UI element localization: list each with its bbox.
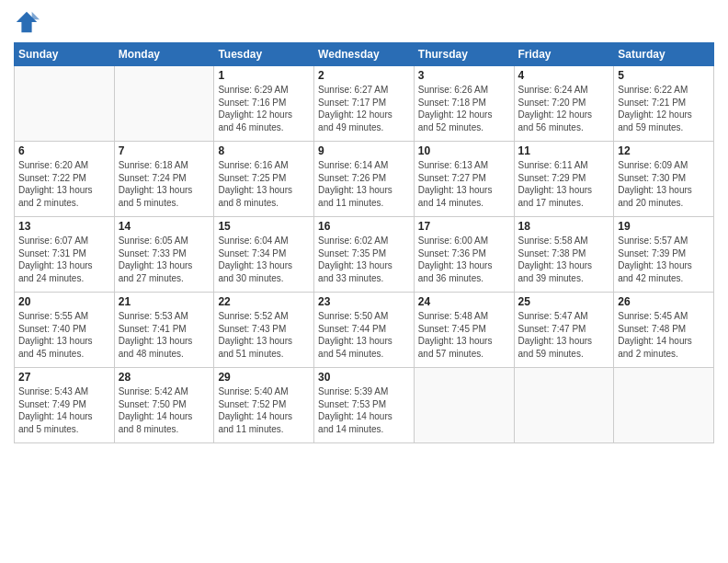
day-cell: 12Sunrise: 6:09 AMSunset: 7:30 PMDayligh… bbox=[614, 142, 714, 217]
day-number: 24 bbox=[418, 295, 510, 308]
day-info: Sunrise: 6:00 AMSunset: 7:36 PMDaylight:… bbox=[418, 235, 510, 284]
day-cell: 13Sunrise: 6:07 AMSunset: 7:31 PMDayligh… bbox=[15, 217, 115, 293]
day-info: Sunrise: 6:16 AMSunset: 7:25 PMDaylight:… bbox=[218, 159, 310, 209]
day-cell: 9Sunrise: 6:14 AMSunset: 7:26 PMDaylight… bbox=[314, 142, 415, 217]
day-number: 20 bbox=[18, 295, 110, 308]
weekday-header-wednesday: Wednesday bbox=[314, 43, 415, 66]
day-cell: 11Sunrise: 6:11 AMSunset: 7:29 PMDayligh… bbox=[514, 142, 614, 217]
day-cell bbox=[514, 368, 614, 443]
day-number: 9 bbox=[318, 144, 410, 157]
day-number: 13 bbox=[18, 220, 110, 233]
day-cell: 1Sunrise: 6:29 AMSunset: 7:16 PMDaylight… bbox=[214, 66, 314, 142]
svg-marker-1 bbox=[32, 12, 40, 19]
day-number: 19 bbox=[618, 220, 710, 233]
day-cell: 6Sunrise: 6:20 AMSunset: 7:22 PMDaylight… bbox=[15, 142, 115, 217]
day-cell: 21Sunrise: 5:53 AMSunset: 7:41 PMDayligh… bbox=[114, 293, 214, 368]
day-cell: 7Sunrise: 6:18 AMSunset: 7:24 PMDaylight… bbox=[114, 142, 214, 217]
day-number: 26 bbox=[618, 295, 710, 308]
day-info: Sunrise: 5:50 AMSunset: 7:44 PMDaylight:… bbox=[318, 310, 410, 360]
day-number: 5 bbox=[618, 69, 710, 82]
day-cell: 22Sunrise: 5:52 AMSunset: 7:43 PMDayligh… bbox=[214, 293, 314, 368]
day-cell: 24Sunrise: 5:48 AMSunset: 7:45 PMDayligh… bbox=[414, 293, 514, 368]
day-cell bbox=[15, 66, 115, 142]
day-number: 21 bbox=[119, 295, 210, 308]
weekday-header-row: SundayMondayTuesdayWednesdayThursdayFrid… bbox=[15, 43, 714, 66]
weekday-header-saturday: Saturday bbox=[614, 43, 714, 66]
day-info: Sunrise: 6:09 AMSunset: 7:30 PMDaylight:… bbox=[618, 159, 710, 209]
day-info: Sunrise: 5:45 AMSunset: 7:48 PMDaylight:… bbox=[618, 310, 710, 360]
day-cell: 17Sunrise: 6:00 AMSunset: 7:36 PMDayligh… bbox=[414, 217, 514, 293]
day-info: Sunrise: 6:29 AMSunset: 7:16 PMDaylight:… bbox=[218, 84, 310, 133]
day-number: 27 bbox=[18, 371, 110, 384]
day-cell: 23Sunrise: 5:50 AMSunset: 7:44 PMDayligh… bbox=[314, 293, 415, 368]
day-number: 6 bbox=[18, 144, 110, 157]
day-info: Sunrise: 6:26 AMSunset: 7:18 PMDaylight:… bbox=[418, 84, 510, 133]
day-cell: 28Sunrise: 5:42 AMSunset: 7:50 PMDayligh… bbox=[114, 368, 214, 443]
day-cell: 30Sunrise: 5:39 AMSunset: 7:53 PMDayligh… bbox=[314, 368, 415, 443]
day-number: 16 bbox=[318, 220, 410, 233]
day-info: Sunrise: 6:22 AMSunset: 7:21 PMDaylight:… bbox=[618, 84, 710, 133]
day-info: Sunrise: 6:07 AMSunset: 7:31 PMDaylight:… bbox=[18, 235, 110, 284]
day-info: Sunrise: 6:02 AMSunset: 7:35 PMDaylight:… bbox=[318, 235, 410, 284]
day-info: Sunrise: 6:13 AMSunset: 7:27 PMDaylight:… bbox=[418, 159, 510, 209]
day-cell: 19Sunrise: 5:57 AMSunset: 7:39 PMDayligh… bbox=[614, 217, 714, 293]
day-number: 18 bbox=[518, 220, 610, 233]
day-cell: 14Sunrise: 6:05 AMSunset: 7:33 PMDayligh… bbox=[114, 217, 214, 293]
week-row-1: 1Sunrise: 6:29 AMSunset: 7:16 PMDaylight… bbox=[15, 66, 714, 142]
day-info: Sunrise: 6:27 AMSunset: 7:17 PMDaylight:… bbox=[318, 84, 410, 133]
day-cell: 3Sunrise: 6:26 AMSunset: 7:18 PMDaylight… bbox=[414, 66, 514, 142]
day-number: 22 bbox=[218, 295, 310, 308]
day-cell: 18Sunrise: 5:58 AMSunset: 7:38 PMDayligh… bbox=[514, 217, 614, 293]
weekday-header-sunday: Sunday bbox=[15, 43, 115, 66]
day-info: Sunrise: 5:42 AMSunset: 7:50 PMDaylight:… bbox=[119, 385, 210, 435]
weekday-header-friday: Friday bbox=[514, 43, 614, 66]
day-info: Sunrise: 6:14 AMSunset: 7:26 PMDaylight:… bbox=[318, 159, 410, 209]
day-info: Sunrise: 5:43 AMSunset: 7:49 PMDaylight:… bbox=[18, 385, 110, 435]
day-number: 3 bbox=[418, 69, 510, 82]
day-number: 10 bbox=[418, 144, 510, 157]
day-cell: 16Sunrise: 6:02 AMSunset: 7:35 PMDayligh… bbox=[314, 217, 415, 293]
header bbox=[14, 9, 714, 35]
day-number: 8 bbox=[218, 144, 310, 157]
day-info: Sunrise: 5:48 AMSunset: 7:45 PMDaylight:… bbox=[418, 310, 510, 360]
week-row-2: 6Sunrise: 6:20 AMSunset: 7:22 PMDaylight… bbox=[15, 142, 714, 217]
day-number: 14 bbox=[119, 220, 210, 233]
day-info: Sunrise: 5:52 AMSunset: 7:43 PMDaylight:… bbox=[218, 310, 310, 360]
day-cell: 2Sunrise: 6:27 AMSunset: 7:17 PMDaylight… bbox=[314, 66, 415, 142]
week-row-5: 27Sunrise: 5:43 AMSunset: 7:49 PMDayligh… bbox=[15, 368, 714, 443]
day-number: 1 bbox=[218, 69, 310, 82]
day-info: Sunrise: 6:11 AMSunset: 7:29 PMDaylight:… bbox=[518, 159, 610, 209]
day-info: Sunrise: 6:20 AMSunset: 7:22 PMDaylight:… bbox=[18, 159, 110, 209]
day-number: 7 bbox=[119, 144, 210, 157]
day-number: 28 bbox=[119, 371, 210, 384]
day-info: Sunrise: 6:05 AMSunset: 7:33 PMDaylight:… bbox=[119, 235, 210, 284]
logo bbox=[14, 9, 43, 35]
day-number: 4 bbox=[518, 69, 610, 82]
day-info: Sunrise: 5:40 AMSunset: 7:52 PMDaylight:… bbox=[218, 385, 310, 435]
weekday-header-thursday: Thursday bbox=[414, 43, 514, 66]
week-row-3: 13Sunrise: 6:07 AMSunset: 7:31 PMDayligh… bbox=[15, 217, 714, 293]
day-cell: 4Sunrise: 6:24 AMSunset: 7:20 PMDaylight… bbox=[514, 66, 614, 142]
weekday-header-tuesday: Tuesday bbox=[214, 43, 314, 66]
day-info: Sunrise: 5:47 AMSunset: 7:47 PMDaylight:… bbox=[518, 310, 610, 360]
day-info: Sunrise: 5:55 AMSunset: 7:40 PMDaylight:… bbox=[18, 310, 110, 360]
day-info: Sunrise: 6:18 AMSunset: 7:24 PMDaylight:… bbox=[119, 159, 210, 209]
day-info: Sunrise: 5:58 AMSunset: 7:38 PMDaylight:… bbox=[518, 235, 610, 284]
day-info: Sunrise: 6:04 AMSunset: 7:34 PMDaylight:… bbox=[218, 235, 310, 284]
day-number: 12 bbox=[618, 144, 710, 157]
week-row-4: 20Sunrise: 5:55 AMSunset: 7:40 PMDayligh… bbox=[15, 293, 714, 368]
day-info: Sunrise: 6:24 AMSunset: 7:20 PMDaylight:… bbox=[518, 84, 610, 133]
day-cell bbox=[614, 368, 714, 443]
day-cell: 5Sunrise: 6:22 AMSunset: 7:21 PMDaylight… bbox=[614, 66, 714, 142]
day-number: 23 bbox=[318, 295, 410, 308]
logo-icon bbox=[14, 9, 40, 35]
day-number: 17 bbox=[418, 220, 510, 233]
day-cell: 15Sunrise: 6:04 AMSunset: 7:34 PMDayligh… bbox=[214, 217, 314, 293]
day-cell: 20Sunrise: 5:55 AMSunset: 7:40 PMDayligh… bbox=[15, 293, 115, 368]
calendar: SundayMondayTuesdayWednesdayThursdayFrid… bbox=[14, 42, 714, 443]
day-cell bbox=[414, 368, 514, 443]
day-number: 30 bbox=[318, 371, 410, 384]
day-info: Sunrise: 5:53 AMSunset: 7:41 PMDaylight:… bbox=[119, 310, 210, 360]
day-number: 11 bbox=[518, 144, 610, 157]
day-number: 25 bbox=[518, 295, 610, 308]
